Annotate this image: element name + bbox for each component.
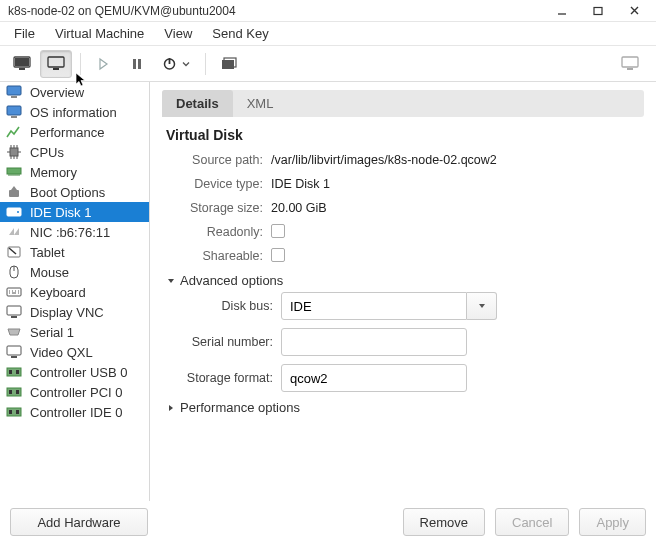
sidebar-item-controller-pci[interactable]: Controller PCI 0 <box>0 382 149 402</box>
play-icon <box>96 57 110 71</box>
shareable-checkbox[interactable] <box>271 248 285 262</box>
pause-button[interactable] <box>121 50 153 78</box>
source-path-label: Source path: <box>166 153 271 167</box>
display-icon <box>6 304 22 320</box>
add-hardware-button[interactable]: Add Hardware <box>10 508 148 536</box>
svg-rect-24 <box>7 288 21 296</box>
menubar: File Virtual Machine View Send Key <box>0 22 656 46</box>
performance-options-label: Performance options <box>180 400 300 415</box>
controller-icon <box>6 404 22 420</box>
svg-rect-26 <box>11 316 17 318</box>
tabs: Details XML <box>162 90 644 117</box>
sidebar-item-label: Controller USB 0 <box>30 365 128 380</box>
maximize-button[interactable] <box>580 1 616 21</box>
device-type-value: IDE Disk 1 <box>271 177 330 191</box>
svg-rect-33 <box>9 390 12 394</box>
menu-view[interactable]: View <box>154 23 202 44</box>
content-pane: Details XML Virtual Disk Source path:/va… <box>150 82 656 501</box>
svg-point-21 <box>17 211 19 213</box>
triangle-right-icon <box>166 403 176 413</box>
serial-icon <box>6 324 22 340</box>
details-button[interactable] <box>40 50 72 78</box>
monitor-alt-icon <box>47 56 65 72</box>
disk-bus-label: Disk bus: <box>166 299 281 313</box>
menu-file[interactable]: File <box>4 23 45 44</box>
svg-rect-4 <box>48 57 64 67</box>
disk-bus-combo[interactable] <box>281 292 497 320</box>
remove-button[interactable]: Remove <box>403 508 485 536</box>
sidebar-item-controller-ide[interactable]: Controller IDE 0 <box>0 402 149 422</box>
snapshots-button[interactable] <box>212 50 244 78</box>
storage-size-label: Storage size: <box>166 201 271 215</box>
toolbar-separator <box>80 53 81 75</box>
svg-rect-11 <box>622 57 638 67</box>
sidebar-item-overview[interactable]: Overview <box>0 82 149 102</box>
menu-virtual-machine[interactable]: Virtual Machine <box>45 23 154 44</box>
performance-options-toggle[interactable]: Performance options <box>166 400 640 415</box>
chevron-down-icon <box>477 301 487 311</box>
svg-rect-13 <box>7 86 21 95</box>
sidebar-item-memory[interactable]: Memory <box>0 162 149 182</box>
readonly-checkbox[interactable] <box>271 224 285 238</box>
nic-icon <box>6 224 22 240</box>
power-menu-button[interactable] <box>155 50 197 78</box>
sidebar-item-keyboard[interactable]: Keyboard <box>0 282 149 302</box>
sidebar-item-boot-options[interactable]: Boot Options <box>0 182 149 202</box>
close-button[interactable] <box>616 1 652 21</box>
apply-button[interactable]: Apply <box>579 508 646 536</box>
readonly-label: Readonly: <box>166 225 271 239</box>
cancel-button[interactable]: Cancel <box>495 508 569 536</box>
sidebar-item-label: Display VNC <box>30 305 104 320</box>
pause-icon <box>130 57 144 71</box>
svg-rect-36 <box>9 410 12 414</box>
svg-rect-7 <box>138 59 141 69</box>
sidebar-item-mouse[interactable]: Mouse <box>0 262 149 282</box>
sidebar-item-os-information[interactable]: OS information <box>0 102 149 122</box>
sidebar-item-cpus[interactable]: CPUs <box>0 142 149 162</box>
sidebar: Overview OS information Performance CPUs… <box>0 82 150 501</box>
sidebar-item-ide-disk-1[interactable]: IDE Disk 1 <box>0 202 149 222</box>
menu-send-key[interactable]: Send Key <box>202 23 278 44</box>
minimize-button[interactable] <box>544 1 580 21</box>
sidebar-item-controller-usb[interactable]: Controller USB 0 <box>0 362 149 382</box>
advanced-options-label: Advanced options <box>180 273 283 288</box>
sidebar-item-label: IDE Disk 1 <box>30 205 91 220</box>
svg-rect-31 <box>16 370 19 374</box>
svg-rect-17 <box>10 148 18 156</box>
sidebar-item-serial[interactable]: Serial 1 <box>0 322 149 342</box>
svg-rect-14 <box>11 96 17 98</box>
storage-format-input[interactable] <box>281 364 467 392</box>
sidebar-item-label: Video QXL <box>30 345 93 360</box>
source-path-value: /var/lib/libvirt/images/k8s-node-02.qcow… <box>271 153 497 167</box>
svg-rect-16 <box>11 116 17 118</box>
toolbar <box>0 46 656 82</box>
advanced-options-toggle[interactable]: Advanced options <box>166 273 640 288</box>
svg-rect-3 <box>19 68 25 70</box>
disk-bus-input[interactable] <box>281 292 467 320</box>
sidebar-item-nic[interactable]: NIC :b6:76:11 <box>0 222 149 242</box>
svg-rect-34 <box>16 390 19 394</box>
sidebar-item-performance[interactable]: Performance <box>0 122 149 142</box>
shareable-label: Shareable: <box>166 249 271 263</box>
sidebar-item-label: Controller IDE 0 <box>30 405 122 420</box>
svg-rect-0 <box>594 7 602 14</box>
sidebar-item-video[interactable]: Video QXL <box>0 342 149 362</box>
window-title: k8s-node-02 on QEMU/KVM@ubuntu2004 <box>4 4 544 18</box>
monitor-small-icon <box>621 56 639 72</box>
sidebar-item-tablet[interactable]: Tablet <box>0 242 149 262</box>
footer: Add Hardware Remove Cancel Apply <box>0 502 656 542</box>
run-button[interactable] <box>87 50 119 78</box>
cpu-icon <box>6 144 22 160</box>
monitor-icon <box>13 56 31 72</box>
disk-bus-dropdown-button[interactable] <box>467 292 497 320</box>
tab-xml[interactable]: XML <box>233 90 288 117</box>
chart-icon <box>6 124 22 140</box>
fullscreen-button[interactable] <box>614 50 646 78</box>
sidebar-item-label: Overview <box>30 85 84 100</box>
controller-icon <box>6 364 22 380</box>
serial-number-input[interactable] <box>281 328 467 356</box>
sidebar-item-label: Performance <box>30 125 104 140</box>
tab-details[interactable]: Details <box>162 90 233 117</box>
console-button[interactable] <box>6 50 38 78</box>
sidebar-item-display[interactable]: Display VNC <box>0 302 149 322</box>
